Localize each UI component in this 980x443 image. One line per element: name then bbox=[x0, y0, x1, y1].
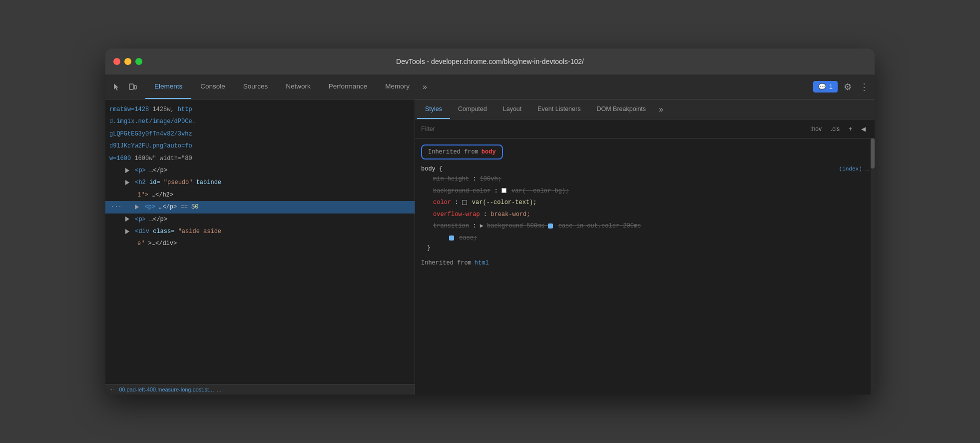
inherited-from-html: Inherited from html bbox=[415, 256, 875, 270]
expand-triangle bbox=[125, 229, 129, 234]
filter-input[interactable] bbox=[421, 126, 803, 132]
filter-actions: :hov .cls + ◀ bbox=[807, 124, 869, 134]
filter-bar: :hov .cls + ◀ bbox=[415, 120, 875, 138]
css-property: overflow-wrap : break-word; bbox=[421, 209, 869, 221]
breadcrumb-link[interactable]: 00.pad-left-400.measure-long.post.st… bbox=[119, 386, 214, 392]
element-link[interactable]: gLQPGtEG3y0fTn4v82/3vhz bbox=[109, 130, 192, 138]
css-property: ease; bbox=[421, 232, 869, 244]
maximize-button[interactable] bbox=[135, 58, 142, 65]
sub-tabs: Styles Computed Layout Event Listeners D… bbox=[415, 100, 875, 120]
expand-triangle bbox=[125, 168, 129, 173]
ease-swatch2[interactable] bbox=[449, 236, 454, 240]
svg-rect-0 bbox=[129, 84, 133, 90]
inherited-box: Inherited from body bbox=[421, 144, 503, 160]
css-property: background-color : var(--color-bg); bbox=[421, 186, 869, 198]
list-item: 1"> …</h2> bbox=[105, 189, 415, 201]
tab-sources[interactable]: Sources bbox=[234, 74, 277, 99]
tab-console[interactable]: Console bbox=[191, 74, 234, 99]
css-property: min-height : 100vh; bbox=[421, 174, 869, 186]
css-property: transition : ▶ background 500ms ease-in-… bbox=[421, 220, 869, 232]
top-tabs: Elements Console Sources Network Perform… bbox=[145, 74, 813, 99]
css-rule-header: body { (index) … bbox=[421, 166, 869, 172]
tab-performance[interactable]: Performance bbox=[320, 74, 376, 99]
element-link[interactable]: rmat&w=1428 bbox=[109, 106, 149, 113]
tab-network[interactable]: Network bbox=[277, 74, 320, 99]
expand-triangle bbox=[135, 204, 139, 210]
styles-content: Inherited from body body { (inde bbox=[415, 138, 875, 394]
expand-triangle bbox=[125, 180, 129, 185]
title-bar: DevTools - developer.chrome.com/blog/new… bbox=[105, 48, 875, 74]
list-item: e" >…</div> bbox=[105, 238, 415, 250]
devtools-window: DevTools - developer.chrome.com/blog/new… bbox=[105, 48, 875, 394]
issues-badge-button[interactable]: 💬 1 bbox=[813, 81, 838, 92]
more-sub-tabs-button[interactable]: » bbox=[656, 105, 666, 114]
color-swatch[interactable] bbox=[462, 200, 467, 205]
expand-triangle bbox=[125, 216, 129, 222]
minimize-button[interactable] bbox=[124, 58, 131, 65]
tab-memory[interactable]: Memory bbox=[376, 74, 419, 99]
hov-button[interactable]: :hov bbox=[807, 124, 825, 134]
element-link[interactable]: http bbox=[178, 106, 192, 113]
settings-icon[interactable]: ⚙ bbox=[842, 80, 854, 94]
tab-elements[interactable]: Elements bbox=[145, 74, 191, 99]
list-item: d.imgix.net/image/dPDCe. bbox=[105, 116, 415, 128]
inherited-header: Inherited from body bbox=[415, 140, 875, 164]
list-item: w=1600 1600w" width="80 bbox=[105, 152, 415, 164]
list-item: rmat&w=1428 1428w, http bbox=[105, 104, 415, 116]
element-link[interactable]: d9lJKcYw2FU.png?auto=fo bbox=[109, 142, 192, 150]
ease-swatch[interactable] bbox=[548, 224, 553, 228]
traffic-lights bbox=[113, 58, 142, 65]
css-property: color : var(--color-text); bbox=[421, 197, 869, 209]
css-close-brace: } bbox=[421, 244, 869, 252]
css-rule-block: body { (index) … min-height : bbox=[415, 164, 875, 256]
scrollbar-track bbox=[871, 138, 875, 394]
main-area: rmat&w=1428 1428w, http d.imgix.net/imag… bbox=[105, 100, 875, 394]
list-item: <p> …</p> bbox=[105, 214, 415, 226]
element-link[interactable]: d.imgix.net/image/dPDCe. bbox=[109, 118, 196, 125]
devtools-panel: Elements Console Sources Network Perform… bbox=[105, 74, 875, 394]
tab-layout[interactable]: Layout bbox=[495, 100, 530, 119]
tab-dom-breakpoints[interactable]: DOM Breakpoints bbox=[588, 100, 654, 119]
breadcrumb: ··· 00.pad-left-400.measure-long.post.st… bbox=[105, 384, 415, 394]
elements-tree[interactable]: rmat&w=1428 1428w, http d.imgix.net/imag… bbox=[105, 100, 415, 384]
list-item: gLQPGtEG3y0fTn4v82/3vhz bbox=[105, 128, 415, 140]
add-style-button[interactable]: + bbox=[846, 124, 855, 134]
list-item: <p> …</p> bbox=[105, 164, 415, 176]
list-item[interactable]: ··· <p> …</p> == $0 bbox=[105, 201, 415, 213]
color-swatch[interactable] bbox=[501, 188, 506, 193]
toolbar-icons bbox=[109, 80, 139, 94]
scrollbar-thumb[interactable] bbox=[871, 138, 875, 168]
more-options-icon[interactable]: ⋮ bbox=[858, 80, 871, 94]
tab-styles[interactable]: Styles bbox=[417, 100, 450, 119]
list-item: d9lJKcYw2FU.png?auto=fo bbox=[105, 140, 415, 152]
elements-panel: rmat&w=1428 1428w, http d.imgix.net/imag… bbox=[105, 100, 415, 394]
toolbar-right: 💬 1 ⚙ ⋮ bbox=[813, 80, 871, 94]
window-title: DevTools - developer.chrome.com/blog/new… bbox=[396, 58, 584, 66]
tab-computed[interactable]: Computed bbox=[450, 100, 495, 119]
more-tabs-button[interactable]: » bbox=[419, 74, 431, 99]
cursor-icon[interactable] bbox=[109, 80, 123, 94]
top-toolbar: Elements Console Sources Network Perform… bbox=[105, 74, 875, 100]
close-button[interactable] bbox=[113, 58, 120, 65]
cls-button[interactable]: .cls bbox=[828, 124, 843, 134]
toggle-sidebar-button[interactable]: ◀ bbox=[858, 124, 869, 134]
styles-panel: Styles Computed Layout Event Listeners D… bbox=[415, 100, 875, 394]
svg-rect-1 bbox=[134, 86, 136, 89]
tab-event-listeners[interactable]: Event Listeners bbox=[529, 100, 588, 119]
element-link[interactable]: w=1600 bbox=[109, 155, 131, 162]
list-item: <div class= "aside aside bbox=[105, 226, 415, 238]
device-icon[interactable] bbox=[125, 80, 139, 94]
list-item: <h2 id= "pseudo" tabinde bbox=[105, 176, 415, 188]
